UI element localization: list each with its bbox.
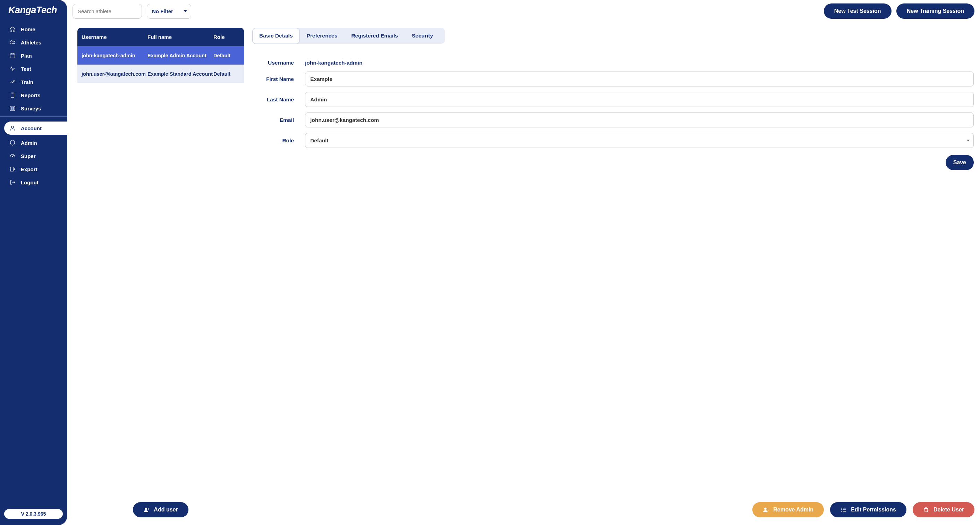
admin-icon — [9, 139, 16, 146]
plan-icon — [9, 52, 16, 59]
button-label: Save — [953, 160, 966, 166]
save-button[interactable]: Save — [946, 155, 974, 170]
save-row: Save — [252, 153, 974, 170]
new-test-session-button[interactable]: New Test Session — [824, 3, 891, 19]
detail-column: Basic Details Preferences Registered Ema… — [252, 28, 974, 525]
edit-permissions-button[interactable]: Edit Permissions — [830, 502, 907, 517]
sidebar-item-label: Super — [21, 153, 36, 159]
sidebar-item-label: Reports — [21, 93, 41, 98]
user-table: Username Full name Role john-kangatech-a… — [77, 28, 244, 83]
sidebar-group-2: Account Admin Super Export — [0, 118, 67, 189]
svg-point-5 — [11, 126, 14, 128]
sidebar-item-label: Test — [21, 66, 31, 72]
svg-point-1 — [13, 41, 14, 42]
sidebar-item-plan[interactable]: Plan — [0, 49, 67, 62]
tab-label: Basic Details — [259, 33, 293, 39]
username-label: Username — [252, 60, 294, 66]
remove-admin-button[interactable]: Remove Admin — [752, 502, 824, 517]
sidebar-item-test[interactable]: Test — [0, 62, 67, 75]
sidebar-item-label: Home — [21, 26, 35, 32]
sidebar-item-label: Train — [21, 79, 33, 85]
svg-point-9 — [842, 507, 842, 508]
app-logo: KangaTech — [0, 0, 67, 18]
tab-label: Registered Emails — [351, 33, 398, 39]
firstname-input[interactable] — [305, 72, 974, 86]
sidebar-item-account[interactable]: Account — [4, 121, 67, 135]
button-label: New Test Session — [834, 8, 881, 14]
user-table-header: Username Full name Role — [77, 28, 244, 46]
add-user-button[interactable]: Add user — [133, 502, 188, 517]
form-row-email: Email — [252, 113, 974, 133]
sidebar-item-logout[interactable]: Logout — [0, 176, 67, 189]
list-icon — [840, 507, 847, 513]
app-root: KangaTech Home Athletes Plan — [0, 0, 980, 525]
super-icon — [9, 152, 16, 160]
lastname-input[interactable] — [305, 92, 974, 107]
form-row-username: Username john-kangatech-admin — [252, 60, 974, 72]
sidebar-item-admin[interactable]: Admin — [0, 136, 67, 149]
content-columns: Username Full name Role john-kangatech-a… — [73, 28, 974, 525]
reports-icon — [9, 92, 16, 99]
form-row-role: Role Default — [252, 133, 974, 153]
table-row[interactable]: john-kangatech-admin Example Admin Accou… — [77, 46, 244, 65]
button-label: Add user — [154, 507, 178, 513]
sidebar-item-athletes[interactable]: Athletes — [0, 36, 67, 49]
email-label: Email — [252, 117, 294, 123]
role-label: Role — [252, 137, 294, 144]
filter-select-wrap: No Filter — [147, 4, 191, 19]
train-icon — [9, 78, 16, 85]
sidebar-item-super[interactable]: Super — [0, 149, 67, 163]
export-icon — [9, 166, 16, 172]
svg-point-0 — [11, 41, 13, 42]
col-header-role: Role — [213, 34, 240, 40]
email-input[interactable] — [305, 113, 974, 128]
sidebar-item-reports[interactable]: Reports — [0, 89, 67, 102]
col-header-fullname: Full name — [148, 34, 213, 40]
main-content: No Filter New Test Session New Training … — [67, 0, 980, 525]
role-select[interactable]: Default — [305, 133, 974, 148]
cell-username: john.user@kangatech.com — [81, 71, 148, 77]
sidebar-item-label: Athletes — [21, 40, 41, 45]
form-row-lastname: Last Name — [252, 92, 974, 113]
sidebar-group-1: Home Athletes Plan Test — [0, 18, 67, 115]
sidebar-item-home[interactable]: Home — [0, 22, 67, 36]
sidebar-item-export[interactable]: Export — [0, 163, 67, 176]
tab-label: Security — [412, 33, 433, 39]
new-training-session-button[interactable]: New Training Session — [896, 3, 974, 19]
tab-basic-details[interactable]: Basic Details — [252, 28, 300, 44]
sidebar-item-label: Surveys — [21, 105, 41, 112]
athletes-icon — [9, 39, 16, 46]
svg-rect-2 — [10, 54, 15, 58]
cell-username: john-kangatech-admin — [81, 53, 148, 58]
surveys-icon — [9, 105, 16, 112]
button-label: Delete User — [934, 507, 964, 513]
cell-fullname: Example Admin Account — [148, 53, 213, 58]
svg-point-6 — [12, 156, 13, 156]
svg-point-10 — [842, 509, 842, 510]
sidebar-item-surveys[interactable]: Surveys — [0, 102, 67, 115]
sidebar-item-label: Export — [21, 166, 38, 172]
sidebar-item-label: Plan — [21, 53, 32, 59]
filter-select[interactable]: No Filter — [147, 4, 191, 19]
svg-point-11 — [842, 511, 842, 511]
tab-preferences[interactable]: Preferences — [300, 28, 345, 44]
table-row[interactable]: john.user@kangatech.com Example Standard… — [77, 65, 244, 83]
detail-tabs: Basic Details Preferences Registered Ema… — [252, 28, 445, 44]
search-input[interactable] — [73, 4, 142, 19]
col-header-username: Username — [81, 34, 148, 40]
cell-role: Default — [213, 71, 240, 77]
username-value: john-kangatech-admin — [305, 60, 362, 66]
sidebar-item-label: Admin — [21, 140, 37, 146]
cell-fullname: Example Standard Account — [148, 71, 213, 77]
footer-action-bar: Add user Remove Admin Edit Permissions — [67, 502, 980, 525]
cell-role: Default — [213, 53, 240, 58]
tab-security[interactable]: Security — [405, 28, 440, 44]
test-icon — [9, 65, 16, 72]
sidebar-item-label: Account — [21, 125, 41, 131]
tab-registered-emails[interactable]: Registered Emails — [344, 28, 405, 44]
trash-icon — [923, 507, 929, 513]
sidebar-item-train[interactable]: Train — [0, 75, 67, 89]
svg-point-8 — [765, 507, 767, 510]
sidebar: KangaTech Home Athletes Plan — [0, 0, 67, 525]
delete-user-button[interactable]: Delete User — [913, 502, 974, 517]
